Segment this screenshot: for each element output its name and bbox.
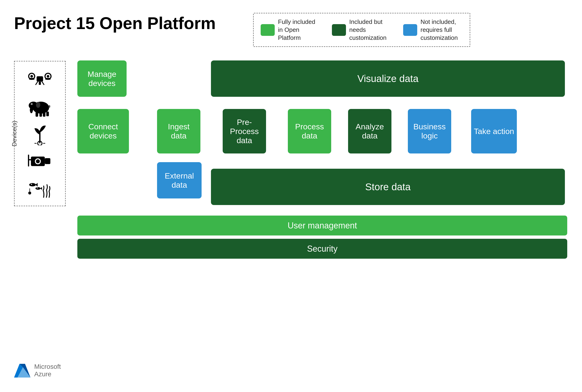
legend-label-light-green: Fully included in Open Platform (278, 18, 320, 42)
analyze-data-label: Analyze data (350, 122, 389, 140)
elephant-icon (27, 96, 53, 117)
svg-point-19 (31, 104, 32, 104)
visualize-data-block: Visualize data (211, 60, 565, 97)
svg-point-32 (29, 183, 36, 186)
microsoft-label: Microsoft (34, 363, 61, 370)
svg-point-20 (36, 102, 40, 108)
pre-process-block: Pre-Process data (223, 109, 266, 154)
azure-logo-icon (14, 364, 31, 378)
business-logic-label: Business logic (410, 122, 449, 140)
legend-color-blue (403, 24, 417, 36)
legend-color-light-green (261, 24, 275, 36)
legend: Fully included in Open Platform Included… (253, 13, 470, 47)
drone-icon (27, 69, 53, 90)
svg-rect-31 (28, 155, 29, 166)
svg-rect-17 (46, 112, 49, 116)
azure-logo-area: Microsoft Azure (14, 363, 61, 378)
svg-point-34 (36, 187, 41, 190)
user-management-block: User management (77, 216, 567, 236)
svg-point-9 (37, 77, 43, 81)
analyze-data-block: Analyze data (348, 109, 391, 154)
external-data-label: External data (159, 171, 199, 190)
external-data-block: External data (157, 162, 202, 198)
svg-rect-29 (45, 158, 50, 164)
connect-devices-label: Connect devices (80, 122, 127, 140)
svg-point-28 (36, 159, 40, 163)
svg-rect-15 (39, 112, 42, 117)
store-data-label: Store data (365, 181, 411, 192)
azure-label: Azure (34, 370, 61, 378)
ingest-data-block: Ingest data (157, 109, 200, 154)
svg-rect-14 (36, 112, 38, 117)
plant-icon (27, 123, 53, 144)
sea-icon (27, 177, 53, 198)
user-management-label: User management (288, 221, 357, 230)
svg-point-5 (31, 75, 33, 78)
process-data-label: Process data (290, 122, 329, 140)
visualize-data-label: Visualize data (357, 73, 419, 84)
take-action-label: Take action (474, 127, 514, 136)
legend-item-dark-green: Included but needs customization (332, 18, 391, 42)
security-label: Security (307, 244, 338, 254)
pre-process-label: Pre-Process data (225, 118, 264, 145)
svg-rect-16 (43, 112, 46, 117)
store-data-block: Store data (211, 169, 565, 205)
manage-devices-block: Manage devices (77, 60, 127, 97)
devices-label: Device(s) (11, 121, 18, 146)
svg-point-6 (47, 75, 49, 78)
connect-devices-block: Connect devices (77, 109, 129, 154)
legend-item-light-green: Fully included in Open Platform (261, 18, 320, 42)
take-action-block: Take action (471, 109, 517, 154)
page-title: Project 15 Open Platform (14, 14, 216, 32)
svg-point-35 (37, 188, 38, 188)
legend-color-dark-green (332, 24, 346, 36)
svg-line-10 (36, 82, 38, 85)
bottom-rows: User management Security (77, 216, 567, 259)
legend-label-dark-green: Included but needs customization (349, 18, 391, 42)
svg-point-33 (31, 184, 32, 185)
svg-line-11 (42, 82, 44, 85)
svg-rect-8 (40, 82, 41, 85)
devices-column: Device(s) (14, 61, 66, 206)
ingest-data-label: Ingest data (159, 122, 198, 140)
security-block: Security (77, 239, 567, 259)
business-logic-block: Business logic (408, 109, 451, 154)
legend-item-blue: Not included, requires full customizatio… (403, 18, 463, 42)
process-data-block: Process data (288, 109, 331, 154)
svg-point-36 (28, 192, 32, 195)
legend-label-blue: Not included, requires full customizatio… (420, 18, 463, 42)
camera-icon (27, 150, 53, 171)
manage-devices-label: Manage devices (80, 70, 124, 88)
azure-text: Microsoft Azure (34, 363, 61, 378)
